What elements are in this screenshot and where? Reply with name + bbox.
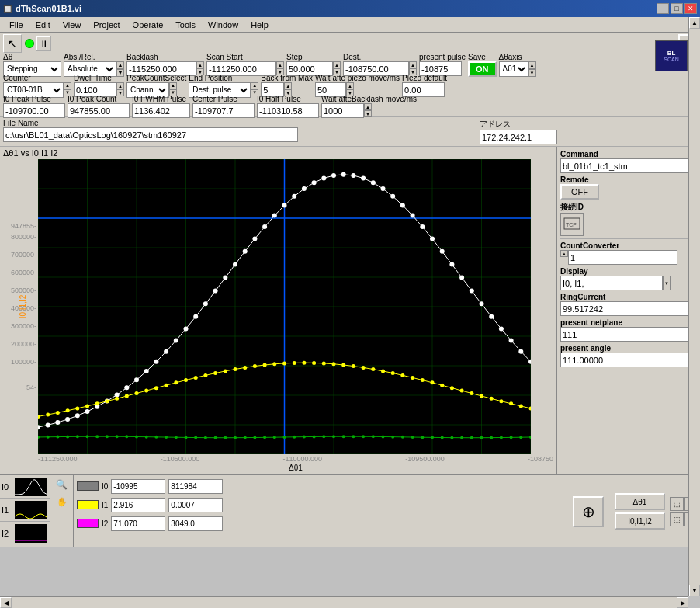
scroll-down-button[interactable]: ▼ — [689, 585, 700, 596]
menu-tools[interactable]: Tools — [169, 19, 202, 30]
peak-count-up[interactable]: ▲ — [169, 82, 177, 89]
zoom-icon-3[interactable]: ⬚ — [670, 512, 684, 526]
remote-group: Remote OFF — [560, 175, 697, 200]
dest-up[interactable]: ▲ — [409, 61, 417, 68]
file-name-group: File Name — [3, 119, 298, 142]
display-input[interactable] — [560, 276, 663, 290]
counter-up[interactable]: ▲ — [64, 82, 71, 89]
wait-backlash-up[interactable]: ▲ — [364, 103, 372, 110]
backlash-up[interactable]: ▲ — [196, 61, 204, 68]
io-half-pulse-group: I0 Half Pulse — [257, 95, 319, 118]
dest-group: Dest. ▲ ▼ — [343, 53, 417, 76]
run-indicator — [25, 39, 34, 48]
i2-count-display[interactable] — [168, 516, 223, 531]
menu-edit[interactable]: Edit — [29, 19, 57, 30]
hand-icon[interactable]: ✋ — [54, 494, 70, 509]
io-peak-pulse-input[interactable] — [3, 103, 65, 118]
io-half-pulse-input[interactable] — [257, 103, 319, 118]
scroll-track — [689, 29, 700, 585]
maximize-button[interactable]: □ — [671, 3, 683, 14]
menu-project[interactable]: Project — [87, 19, 126, 30]
menu-file[interactable]: File — [3, 19, 29, 30]
i1-value-display[interactable] — [111, 498, 165, 512]
scroll-up-button[interactable]: ▲ — [689, 17, 700, 29]
io-i1-i2-button[interactable]: I0,I1,I2 — [615, 512, 665, 530]
center-pulse-group: Center Pulse — [192, 95, 255, 118]
right-panel: Command Remote OFF 接続ID TCP CountConvert… — [556, 147, 700, 474]
display-dropdown-arrow[interactable]: ▼ — [663, 276, 671, 290]
i1-label: I1 — [2, 506, 13, 515]
dwell-up[interactable]: ▲ — [116, 82, 124, 89]
dest-label: Dest. — [343, 53, 417, 61]
i0-color-box — [77, 481, 99, 491]
arrow-tool-button[interactable]: ↖ — [3, 34, 22, 53]
count-conv-up[interactable]: ▲ — [560, 250, 568, 257]
ring-current-input[interactable] — [560, 301, 697, 316]
connection-id-label: 接続ID — [560, 202, 697, 213]
io-peak-count-group: I0 Peak Count — [68, 95, 130, 118]
center-pulse-label: Center Pulse — [192, 95, 255, 103]
command-input[interactable] — [560, 158, 697, 173]
abs-rel-up[interactable]: ▲ — [116, 61, 124, 69]
io-fwhm-input[interactable] — [132, 103, 190, 118]
scroll-right-button[interactable]: ▶ — [677, 597, 688, 608]
pause-button[interactable]: ⏸ — [36, 36, 51, 51]
address-input[interactable] — [480, 130, 557, 144]
menu-view[interactable]: View — [57, 19, 88, 30]
count-converter-input[interactable] — [568, 250, 677, 265]
i0-mini-graph — [15, 478, 47, 496]
peak-count-group: PeakCountSelect Chann ▲ ▼ — [126, 74, 186, 98]
step-up[interactable]: ▲ — [333, 61, 341, 68]
end-position-group: End Position Dest. pulse ▲ ▼ — [189, 74, 258, 98]
connection-id-group: 接続ID TCP — [560, 202, 697, 236]
legend-i2-row: I2 — [77, 514, 562, 533]
scrollbar-right[interactable]: ▲ ▼ — [688, 17, 700, 596]
menu-operate[interactable]: Operate — [126, 19, 170, 30]
i1-count-display[interactable] — [168, 498, 223, 512]
i2-value-display[interactable] — [111, 516, 165, 531]
dwell-time-group: Dwell Time ▲ ▼ — [74, 74, 124, 97]
close-button[interactable]: ✕ — [684, 3, 697, 14]
save-on-button[interactable]: ON — [468, 61, 497, 77]
graph-canvas-wrap[interactable]: I0,I1,I2 — [38, 159, 531, 454]
wait-piezo-up[interactable]: ▲ — [346, 82, 354, 89]
window-controls[interactable]: ─ □ ✕ — [657, 3, 697, 14]
i0-count-display[interactable] — [168, 479, 223, 494]
back-from-max-up[interactable]: ▲ — [284, 82, 292, 89]
netplane-input[interactable] — [560, 327, 697, 342]
wait-backlash-input[interactable] — [321, 103, 364, 118]
delta-axis-dropdown[interactable]: Δθ1 — [499, 61, 528, 77]
graph-canvas[interactable] — [38, 159, 531, 454]
delta-theta-button[interactable]: Δθ1 — [615, 493, 665, 510]
control-row-1: Δθ Stepping Abs./Rel. Absolute ▲ ▼ Backl… — [0, 54, 700, 75]
remote-label: Remote — [560, 175, 697, 184]
count-converter-label: CountConverter — [560, 241, 697, 250]
magnify-icon[interactable]: 🔍 — [54, 477, 70, 492]
file-row: File Name アドレス — [0, 117, 700, 147]
i1-legend-label: I1 — [102, 501, 108, 509]
delta-axis-down[interactable]: ▼ — [528, 69, 536, 77]
file-name-input[interactable] — [3, 127, 298, 142]
i0-value-display[interactable] — [111, 479, 165, 494]
angle-label: present angle — [560, 344, 697, 353]
crosshair-button[interactable]: ⊕ — [573, 496, 604, 527]
zoom-icon-1[interactable]: ⬚ — [670, 497, 684, 511]
svg-text:TCP: TCP — [566, 222, 577, 228]
delta-axis-up[interactable]: ▲ — [528, 61, 536, 69]
menu-help[interactable]: Help — [244, 19, 275, 30]
angle-input[interactable] — [560, 353, 697, 367]
remote-off-button[interactable]: OFF — [560, 184, 599, 200]
minimize-button[interactable]: ─ — [657, 3, 669, 14]
tool-icons: 🔍 ✋ — [50, 475, 74, 547]
scan-start-up[interactable]: ▲ — [276, 61, 284, 68]
menu-window[interactable]: Window — [202, 19, 244, 30]
scrollbar-bottom[interactable]: ◀ ▶ — [0, 596, 688, 608]
scroll-left-button[interactable]: ◀ — [0, 597, 12, 608]
end-pos-up[interactable]: ▲ — [251, 82, 258, 89]
wait-backlash-down[interactable]: ▼ — [364, 110, 372, 117]
tcp-icon: TCP — [563, 215, 581, 234]
center-pulse-input[interactable] — [192, 103, 255, 118]
back-from-max-group: Back from Max ▲ ▼ — [261, 74, 313, 97]
end-position-label: End Position — [189, 74, 258, 82]
io-peak-count-input[interactable] — [68, 103, 130, 118]
